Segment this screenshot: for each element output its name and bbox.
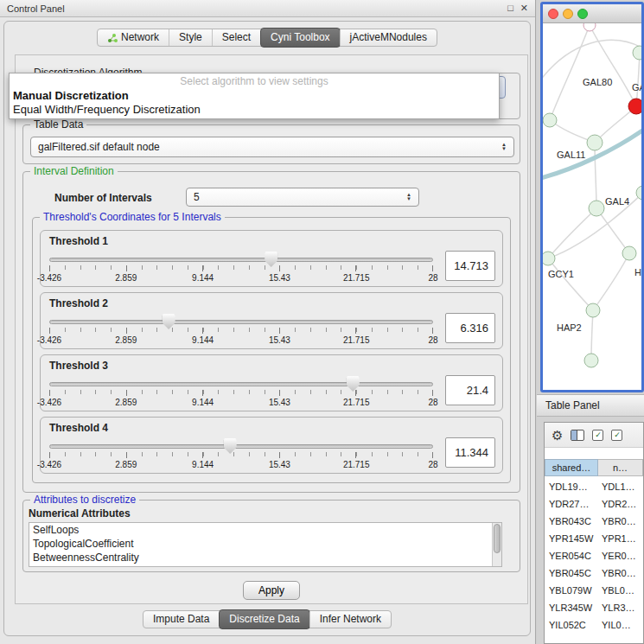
tab-infer-network[interactable]: Infer Network — [309, 611, 391, 628]
table-row[interactable]: YIL052CYIL0… — [545, 616, 643, 634]
gear-icon[interactable]: ⚙ — [552, 429, 563, 442]
threshold-1-value[interactable]: 14.713 — [445, 251, 495, 281]
network-node[interactable] — [586, 303, 600, 317]
scale-label: 15.43 — [269, 335, 290, 345]
column-header-shared-name[interactable]: shared… — [545, 459, 598, 476]
threshold-1-slider[interactable]: -3.426 2.859 9.144 15.43 21.715 28 — [49, 250, 433, 286]
tab-discretize-data[interactable]: Discretize Data — [219, 609, 309, 629]
scale-label: 21.715 — [343, 460, 370, 469]
scale-label: 9.144 — [192, 398, 214, 407]
scale-label: -3.426 — [37, 335, 61, 345]
scale-label: 21.715 — [343, 398, 370, 407]
network-node-selected[interactable] — [628, 99, 641, 114]
tab-select[interactable]: Select — [212, 29, 260, 46]
interval-definition-label: Interval Definition — [30, 165, 118, 177]
threshold-3-slider[interactable]: -3.426 2.859 9.144 15.43 21.715 28 — [49, 374, 433, 411]
table-row[interactable]: YBL079WYBL0… — [545, 582, 643, 599]
threshold-2-slider[interactable]: -3.426 2.859 9.144 15.43 21.715 28 — [49, 312, 433, 348]
float-window-icon[interactable]: □ — [507, 3, 513, 14]
table-row[interactable]: YBR043CYBR0… — [545, 513, 643, 530]
threshold-4-panel: Threshold 4 -3.426 2.859 9.144 — [40, 417, 503, 474]
threshold-4-value[interactable]: 11.344 — [445, 437, 495, 468]
numerical-attributes-title: Numerical Attributes — [29, 507, 131, 520]
network-window-titlebar[interactable] — [543, 4, 641, 23]
table-row[interactable]: YDL19…YDL1… — [545, 478, 643, 495]
threshold-3-value[interactable]: 21.4 — [445, 375, 495, 405]
number-of-intervals-value: 5 — [194, 191, 200, 203]
thresholds-group: Threshold's Coordinates for 5 Intervals … — [32, 217, 511, 483]
network-node[interactable] — [543, 113, 557, 127]
table-panel-title: Table Panel — [545, 399, 600, 411]
network-canvas[interactable]: GAL80 GA GAL11 GAL4 GCY1 H HAP2 — [543, 23, 641, 390]
scale-label: 9.144 — [192, 460, 214, 469]
scale-label: 21.715 — [343, 335, 370, 345]
network-node[interactable] — [633, 46, 641, 60]
table-row[interactable]: YBR045CYBR0… — [545, 564, 643, 582]
select-columns-icon[interactable]: ✓ — [592, 430, 603, 441]
table-rows: YDL19…YDL1… YDR27…YDR2… YBR043CYBR0… YPR… — [545, 478, 643, 643]
select-all-columns-icon[interactable]: ✓ — [611, 430, 622, 441]
minimize-button[interactable] — [563, 9, 573, 19]
slider-ticks — [49, 265, 433, 271]
zoom-button[interactable] — [577, 9, 588, 19]
table-toolbar: ⚙ ✓ ✓ — [545, 423, 643, 448]
table-data-combo[interactable]: galFiltered.sif default node ▲▼ — [30, 137, 514, 157]
dropdown-option-manual-discretization[interactable]: Manual Discretization — [13, 89, 129, 102]
node-label-gal11: GAL11 — [557, 150, 585, 160]
tab-jactivemnodules[interactable]: jActiveMNodules — [340, 29, 437, 46]
slider-track — [49, 382, 433, 386]
network-node[interactable] — [543, 252, 555, 265]
network-node[interactable] — [587, 135, 603, 150]
tab-cyni-toolbox[interactable]: Cyni Toolbox — [260, 28, 340, 48]
table-row[interactable]: YLR345WYLR3… — [545, 599, 643, 616]
top-tab-bar: Network Style Select Cyni Toolbox jActiv… — [4, 29, 530, 47]
network-node[interactable] — [589, 201, 604, 216]
table-data-label: Table Data — [30, 118, 86, 131]
list-item[interactable]: TopologicalCoefficient — [29, 537, 501, 551]
column-header-name[interactable]: n… — [598, 459, 643, 476]
thresholds-group-label: Threshold's Coordinates for 5 Intervals — [40, 211, 225, 223]
close-button[interactable] — [548, 9, 558, 19]
table-columns-icon[interactable] — [571, 430, 584, 441]
table-row[interactable]: YPR145WYPR1… — [545, 530, 643, 547]
list-item[interactable]: BetweennessCentrality — [29, 551, 501, 564]
close-window-icon[interactable]: ✕ — [520, 3, 528, 14]
slider-scale: -3.426 2.859 9.144 15.43 21.715 28 — [49, 460, 433, 470]
threshold-4-slider[interactable]: -3.426 2.859 9.144 15.43 21.715 28 — [49, 437, 433, 473]
scale-label: -3.426 — [37, 398, 61, 407]
list-item[interactable]: SelfLoops — [29, 523, 501, 537]
scale-label: 28 — [428, 273, 437, 283]
scrollbar-thumb[interactable] — [494, 524, 501, 553]
control-panel-titlebar[interactable]: Control Panel □ ✕ — [0, 0, 535, 17]
scale-label: 2.859 — [115, 335, 137, 345]
table-row[interactable]: YDR27…YDR2… — [545, 495, 643, 513]
tab-style[interactable]: Style — [169, 29, 212, 46]
cyni-toolbox-panel: Discretization Algorithm Table Data galF… — [15, 54, 528, 604]
number-of-intervals-combo[interactable]: 5 ▲▼ — [186, 188, 419, 207]
screen: Control Panel □ ✕ — [0, 0, 644, 644]
tab-impute-data[interactable]: Impute Data — [143, 611, 219, 628]
threshold-2-value[interactable]: 6.316 — [445, 313, 495, 343]
node-label-gcy1: GCY1 — [548, 269, 574, 279]
node-label-ga: GA — [632, 82, 641, 92]
threshold-4-label: Threshold 4 — [49, 422, 108, 434]
scale-label: 28 — [428, 398, 437, 407]
tab-network[interactable]: Network — [98, 29, 169, 46]
scale-label: 2.859 — [115, 460, 137, 469]
scale-label: -3.426 — [37, 460, 61, 469]
apply-button[interactable]: Apply — [243, 581, 300, 600]
node-label-gal4: GAL4 — [605, 196, 629, 207]
network-node[interactable] — [622, 246, 636, 260]
table-row[interactable]: YER054CYER0… — [545, 547, 643, 564]
node-label-h: H — [634, 267, 641, 277]
table-panel-header[interactable]: Table Panel — [537, 394, 644, 417]
network-node[interactable] — [584, 354, 598, 367]
network-node[interactable] — [583, 23, 596, 31]
attributes-list-scrollbar[interactable] — [492, 523, 501, 566]
tab-network-label: Network — [121, 29, 159, 46]
attributes-group-label: Attributes to discretize — [30, 494, 139, 506]
scale-label: 15.43 — [269, 460, 290, 469]
attributes-list[interactable]: SelfLoops TopologicalCoefficient Between… — [29, 522, 502, 567]
table-header-row: shared… n… — [545, 459, 643, 476]
dropdown-option-equal-width-frequency[interactable]: Equal Width/Frequency Discretization — [13, 103, 201, 116]
